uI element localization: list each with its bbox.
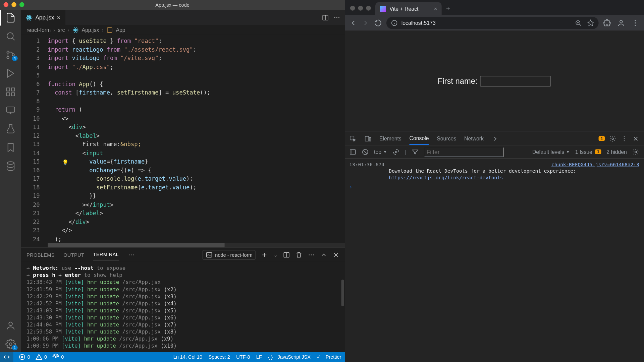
- status-language[interactable]: { } JavaScript JSX: [268, 354, 311, 360]
- remote-explorer-icon[interactable]: [5, 105, 16, 116]
- issues-indicator[interactable]: 1: [599, 136, 605, 141]
- tab-network[interactable]: Network: [464, 133, 484, 144]
- log-timestamp: 13:01:36.674: [349, 161, 384, 181]
- close-window-icon[interactable]: [4, 2, 8, 7]
- log-source-link[interactable]: chunk-REFQX4J5.js?v=661468a2:3: [551, 162, 639, 167]
- breadcrumb-item[interactable]: App: [116, 27, 125, 33]
- close-tab-icon[interactable]: ×: [434, 5, 437, 12]
- source-control-icon[interactable]: 4: [5, 50, 16, 60]
- breadcrumb-item[interactable]: react-form: [26, 27, 51, 33]
- breadcrumb-item[interactable]: src: [58, 27, 65, 33]
- settings-gear-icon[interactable]: 1: [5, 339, 16, 350]
- database-icon[interactable]: [5, 161, 16, 172]
- address-bar[interactable]: localhost:5173: [386, 16, 599, 29]
- status-eol[interactable]: LF: [256, 354, 262, 360]
- maximize-panel-icon[interactable]: [320, 251, 327, 258]
- zoom-window-icon[interactable]: [19, 2, 24, 7]
- split-terminal-icon[interactable]: [283, 251, 290, 258]
- titlebar: App.jsx — code: [0, 0, 345, 10]
- tab-terminal[interactable]: TERMINAL: [93, 249, 119, 260]
- more-actions-icon[interactable]: [333, 14, 340, 21]
- console-filter-input[interactable]: [424, 147, 504, 157]
- terminal-process[interactable]: node - react-form: [202, 250, 256, 259]
- forward-icon[interactable]: [362, 19, 370, 27]
- browser-window-controls[interactable]: [348, 1, 375, 15]
- bookmark-icon[interactable]: [5, 142, 16, 153]
- tab-problems[interactable]: PROBLEMS: [26, 249, 55, 260]
- tab-sources[interactable]: Sources: [437, 133, 456, 144]
- new-tab-icon[interactable]: +: [442, 2, 455, 15]
- status-cursor[interactable]: Ln 14, Col 10: [173, 354, 202, 360]
- svg-rect-6: [7, 93, 10, 96]
- devtools-close-icon[interactable]: [632, 135, 639, 142]
- extensions-puzzle-icon[interactable]: [603, 19, 611, 27]
- device-toggle-icon[interactable]: [364, 135, 371, 142]
- status-indent[interactable]: Spaces: 2: [208, 354, 230, 360]
- status-ports[interactable]: 0: [52, 353, 64, 360]
- status-warnings[interactable]: 0: [36, 353, 47, 360]
- tab-elements[interactable]: Elements: [379, 133, 401, 144]
- bookmark-star-icon[interactable]: [587, 19, 594, 26]
- site-info-icon[interactable]: [391, 19, 398, 26]
- search-icon[interactable]: [5, 31, 16, 42]
- terminal-content[interactable]: → Network: use --host to expose → press …: [21, 262, 345, 352]
- code-lines[interactable]: import { useState } from "react";import …: [48, 37, 345, 243]
- tab-app-jsx[interactable]: App.jsx ×: [21, 10, 65, 25]
- first-name-input[interactable]: [480, 76, 551, 87]
- breadcrumb-item[interactable]: App.jsx: [82, 27, 99, 33]
- context-selector[interactable]: top ▼: [374, 149, 387, 155]
- tab-output[interactable]: OUTPUT: [63, 249, 84, 260]
- issues-link[interactable]: 1 Issue: 1: [575, 149, 601, 155]
- profile-icon[interactable]: [617, 19, 625, 27]
- testing-icon[interactable]: [5, 124, 16, 134]
- log-link[interactable]: https://reactjs.org/link/react-devtools: [389, 175, 503, 181]
- close-tab-icon[interactable]: ×: [57, 14, 61, 21]
- new-terminal-icon[interactable]: [261, 251, 268, 258]
- reload-icon[interactable]: [374, 19, 382, 27]
- accounts-icon[interactable]: [5, 320, 16, 331]
- code-editor[interactable]: 💡 12345678910111213141516171819202122232…: [21, 35, 345, 247]
- hidden-messages[interactable]: 2 hidden: [606, 149, 627, 155]
- extensions-icon[interactable]: [5, 86, 16, 97]
- tab-console[interactable]: Console: [410, 132, 429, 145]
- console-settings-icon[interactable]: [632, 148, 639, 155]
- run-debug-icon[interactable]: [5, 68, 16, 79]
- more-panels-icon[interactable]: [127, 251, 135, 258]
- devtools-menu-icon[interactable]: [621, 135, 628, 142]
- symbol-icon: [106, 26, 113, 33]
- back-icon[interactable]: [349, 19, 357, 27]
- minimize-window-icon[interactable]: [358, 6, 363, 10]
- zoom-window-icon[interactable]: [366, 6, 371, 10]
- close-window-icon[interactable]: [350, 6, 355, 10]
- devtools-settings-icon[interactable]: [609, 135, 616, 142]
- breadcrumb[interactable]: react-form› src› App.jsx› App: [21, 25, 345, 35]
- terminal-scrollbar[interactable]: [341, 266, 344, 352]
- minimize-window-icon[interactable]: [11, 2, 16, 7]
- status-encoding[interactable]: UTF-8: [236, 354, 250, 360]
- split-editor-icon[interactable]: [322, 14, 329, 21]
- editor-scrollbar-h[interactable]: [48, 243, 345, 247]
- remote-indicator[interactable]: [0, 352, 13, 362]
- console-prompt[interactable]: ›: [349, 184, 639, 190]
- console-sidebar-icon[interactable]: [349, 148, 356, 155]
- inspect-element-icon[interactable]: [349, 135, 356, 142]
- chevron-down-icon[interactable]: [633, 8, 644, 15]
- filter-icon: [412, 148, 419, 155]
- console-output[interactable]: 13:01:36.674 chunk-REFQX4J5.js?v=661468a…: [345, 159, 644, 362]
- more-terminal-actions-icon[interactable]: [308, 251, 315, 258]
- zoom-icon[interactable]: [575, 19, 582, 26]
- lightbulb-icon[interactable]: 💡: [62, 159, 69, 167]
- browser-tab[interactable]: Vite + React ×: [375, 2, 442, 15]
- status-errors[interactable]: 0: [18, 353, 30, 360]
- clear-console-icon[interactable]: [362, 148, 369, 155]
- kill-terminal-icon[interactable]: [295, 251, 302, 258]
- explorer-icon[interactable]: [5, 12, 16, 23]
- log-levels-selector[interactable]: Default levels ▼: [532, 149, 570, 155]
- live-expression-icon[interactable]: [392, 148, 399, 155]
- react-file-icon: [25, 14, 33, 21]
- status-prettier[interactable]: ✓ Prettier: [317, 354, 341, 360]
- window-controls[interactable]: [4, 2, 24, 7]
- menu-dots-icon[interactable]: [631, 19, 639, 27]
- close-panel-icon[interactable]: [332, 251, 339, 258]
- more-tabs-icon[interactable]: [492, 135, 499, 142]
